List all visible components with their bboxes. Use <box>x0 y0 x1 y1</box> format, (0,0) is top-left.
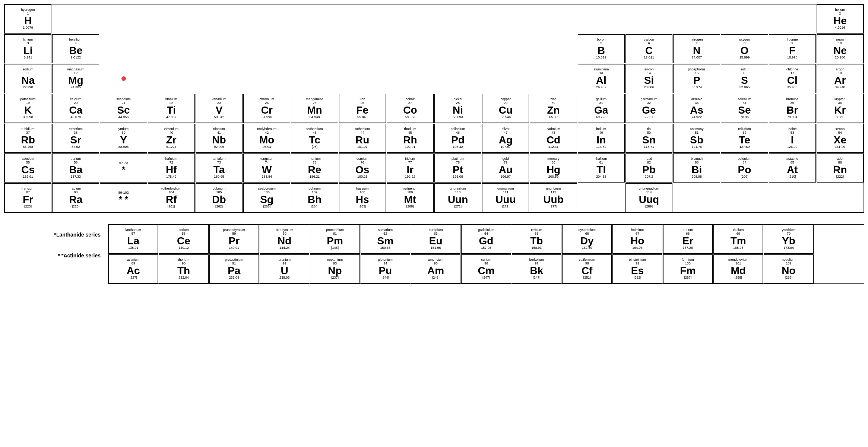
element-na[interactable]: sodium11Na22.990 <box>4 64 51 93</box>
element-bi[interactable]: bismuth83Bi208.98 <box>673 153 720 183</box>
element-ce[interactable]: cerium58Ce140.12 <box>159 225 208 254</box>
element-la[interactable]: lanthanum57La138.91 <box>108 225 158 254</box>
element-u[interactable]: uranium92U238.03 <box>260 254 309 283</box>
element-o[interactable]: oxygen8O15.999 <box>721 34 768 63</box>
element-se[interactable]: selenium34Se78.96 <box>721 94 768 123</box>
element-ta[interactable]: tantalum73Ta180.95 <box>196 153 243 183</box>
element-pd[interactable]: palladium46Pd106.42 <box>434 124 481 153</box>
element-sn[interactable]: tin50Sn118.71 <box>625 124 672 153</box>
element-tl[interactable]: thallium81Tl204.38 <box>578 153 625 183</box>
element-nd[interactable]: neodymium60Nd144.24 <box>260 225 309 254</box>
element-be[interactable]: beryllium4Be9.0122 <box>52 34 99 63</box>
element-nb[interactable]: niobium41Nb92.906 <box>196 124 243 153</box>
element-k[interactable]: potassium19K39.098 <box>4 94 51 123</box>
element-ag[interactable]: silver47Ag107.87 <box>482 124 529 153</box>
element-al[interactable]: aluminium13Al26.982 <box>578 64 625 93</box>
element-ra[interactable]: radium88Ra[226] <box>52 183 99 212</box>
element-tb[interactable]: terbium65Tb158.93 <box>512 225 561 254</box>
element-rn[interactable]: radon86Rn[222] <box>817 153 864 183</box>
element-ho[interactable]: holmium67Ho164.93 <box>612 225 662 254</box>
element-ge[interactable]: germanium32Ge72.61 <box>625 94 672 123</box>
element-s[interactable]: sulfur16S32.065 <box>721 64 768 93</box>
element-am[interactable]: americium95Am[243] <box>411 254 460 283</box>
element-db[interactable]: dubnium105Db[262] <box>196 183 243 212</box>
element-ru[interactable]: ruthenium44Ru101.07 <box>339 124 386 153</box>
element-po[interactable]: polonium84Po[209] <box>721 153 768 183</box>
element-bk[interactable]: berkelium97Bk[247] <box>512 254 561 283</box>
element-no[interactable]: nobelium102No[259] <box>764 254 813 283</box>
element-p[interactable]: phosphorus15P30.974 <box>673 64 720 93</box>
element-hf[interactable]: hafnium72Hf178.49 <box>148 153 195 183</box>
element-c[interactable]: carbon6C12.011 <box>625 34 672 63</box>
element-y[interactable]: yttrium39Y88.906 <box>100 124 147 153</box>
element-cr[interactable]: chromium24Cr51.996 <box>243 94 290 123</box>
element-re[interactable]: rhenium75Re186.21 <box>291 153 338 183</box>
element-tm[interactable]: thulium69Tm168.93 <box>713 225 763 254</box>
element-ga[interactable]: gallium31Ga69.723 <box>578 94 625 123</box>
element-ba[interactable]: barium56Ba137.33 <box>52 153 99 183</box>
element-xe[interactable]: xenon54Xe131.29 <box>817 124 864 153</box>
element-yb[interactable]: ytterbium70Yb173.04 <box>764 225 813 254</box>
element-hg[interactable]: mercury80Hg200.59 <box>530 153 577 183</box>
element-dy[interactable]: dysprosium66Dy162.50 <box>562 225 612 254</box>
element-cu[interactable]: copper29Cu63.546 <box>482 94 529 123</box>
element-w[interactable]: tungsten74W183.84 <box>243 153 290 183</box>
element-rb[interactable]: rubidium37Rb85.468 <box>4 124 51 153</box>
element-fm[interactable]: fermium100Fm[257] <box>663 254 713 283</box>
element-sm[interactable]: samarium62Sm150.36 <box>361 225 410 254</box>
element-h[interactable]: hydrogen1H1.0079 <box>4 4 51 34</box>
element-mo[interactable]: molybdenum42Mo95.94 <box>243 124 290 153</box>
element-mg[interactable]: magnesium12Mg24.305 <box>52 64 99 93</box>
element-rh[interactable]: rhodium45Rh102.91 <box>387 124 434 153</box>
element-fe[interactable]: iron26Fe55.845 <box>339 94 386 123</box>
element-uuu[interactable]: unununium111Uuu[272] <box>482 183 529 212</box>
element-uuq[interactable]: ununquadium114Uuq[289] <box>625 183 672 212</box>
element-pu[interactable]: plutonium94Pu[244] <box>361 254 410 283</box>
element-kr[interactable]: krypton36Kr83.80 <box>817 94 864 123</box>
element-md[interactable]: mendelevium101Md[258] <box>713 254 763 283</box>
element-eu[interactable]: europium63Eu151.96 <box>411 225 460 254</box>
element-co[interactable]: cobalt27Co58.933 <box>387 94 434 123</box>
element-fr[interactable]: francium87Fr[223] <box>4 183 51 212</box>
element-es[interactable]: einsteinium99Es[252] <box>612 254 662 283</box>
element-li[interactable]: lithium3Li6.941 <box>4 34 51 63</box>
element-hs[interactable]: hassium108Hs[269] <box>339 183 386 212</box>
element-mn[interactable]: manganese25Mn54.938 <box>291 94 338 123</box>
element-er[interactable]: erbium68Er167.26 <box>663 225 713 254</box>
element-ne[interactable]: neon10Ne20.180 <box>817 34 864 63</box>
element-pr[interactable]: praseodymium59Pr140.91 <box>209 225 259 254</box>
element-i[interactable]: iodine53I126.90 <box>769 124 816 153</box>
element-cf[interactable]: californium98Cf[251] <box>562 254 612 283</box>
element-os[interactable]: osmium76Os190.23 <box>339 153 386 183</box>
element-sc[interactable]: scandium21Sc44.956 <box>100 94 147 123</box>
element-sr[interactable]: strontium38Sr87.62 <box>52 124 99 153</box>
element-th[interactable]: thorium90Th232.04 <box>159 254 208 283</box>
element-ti[interactable]: titanium22Ti47.867 <box>148 94 195 123</box>
element-pt[interactable]: platinum78Pt195.08 <box>434 153 481 183</box>
element-pb[interactable]: lead82Pb207.2 <box>625 153 672 183</box>
element-uub[interactable]: ununbium112Uub[277] <box>530 183 577 212</box>
element-as[interactable]: arsenic33As74.922 <box>673 94 720 123</box>
element-f[interactable]: fluorine9F18.998 <box>769 34 816 63</box>
element-ar[interactable]: argon18Ar39.948 <box>817 64 864 93</box>
element-zn[interactable]: zinc30Zn65.39 <box>530 94 577 123</box>
element-zr[interactable]: zirconium40Zr91.224 <box>148 124 195 153</box>
element-np[interactable]: neptunium93Np[237] <box>310 254 359 283</box>
element-te[interactable]: tellurium52Te127.60 <box>721 124 768 153</box>
element-ni[interactable]: nickel28Ni58.693 <box>434 94 481 123</box>
element-uun[interactable]: ununnilium110Uun[271] <box>434 183 481 212</box>
element-he[interactable]: helium2He4.0026 <box>817 4 864 34</box>
element-in[interactable]: indium49In114.82 <box>578 124 625 153</box>
element-gd[interactable]: gadolinium64Gd157.25 <box>461 225 511 254</box>
element-cl[interactable]: chlorine17Cl35.453 <box>769 64 816 93</box>
element-ac[interactable]: actinium89Ac[227] <box>108 254 158 283</box>
element-at[interactable]: astatine85At[210] <box>769 153 816 183</box>
element-tc[interactable]: technetium43Tc[98] <box>291 124 338 153</box>
element-v[interactable]: vanadium23V50.942 <box>196 94 243 123</box>
element-rf[interactable]: rutherfordium104Rf[261] <box>148 183 195 212</box>
element-sb[interactable]: antimony51Sb121.76 <box>673 124 720 153</box>
element-cm[interactable]: curium96Cm[247] <box>461 254 511 283</box>
element-pa[interactable]: protactinium91Pa231.04 <box>209 254 259 283</box>
element-b[interactable]: boron5B10.811 <box>578 34 625 63</box>
element-bh[interactable]: bohrium107Bh[264] <box>291 183 338 212</box>
